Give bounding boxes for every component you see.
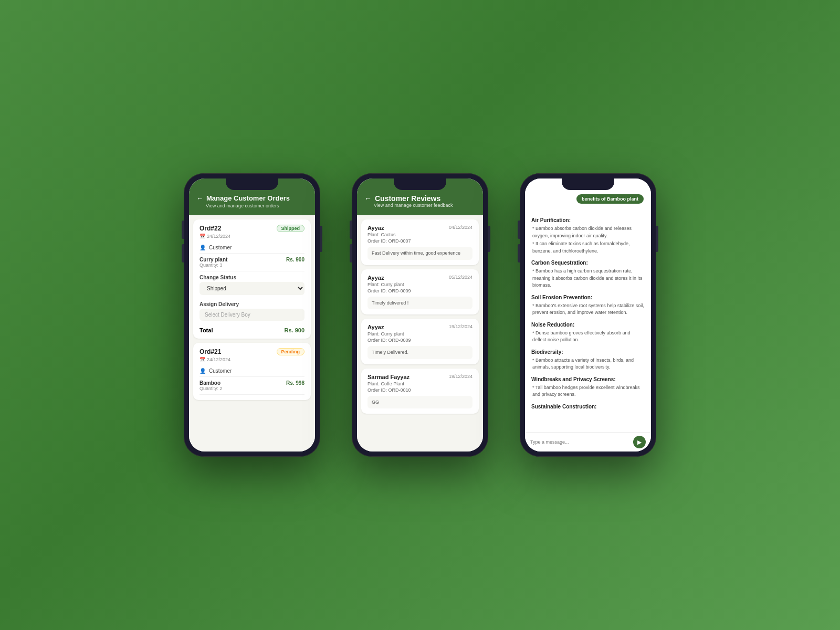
- phone3-content[interactable]: Air Purification:* Bamboo absorbs carbon…: [525, 208, 651, 432]
- back-icon-p2[interactable]: ←: [364, 194, 372, 203]
- review-text-4: GG: [368, 396, 472, 409]
- benefit-section-title: Carbon Sequestration:: [531, 259, 645, 267]
- back-button[interactable]: ← Manage Customer Orders: [196, 194, 308, 202]
- benefit-section-title: Biodiversity:: [531, 348, 645, 356]
- phone2: ← Customer Reviews View and manage custo…: [352, 173, 488, 457]
- benefit-section-title: Windbreaks and Privacy Screens:: [531, 375, 645, 383]
- phone1-content[interactable]: Ord#22 Shipped 📅 24/12/2024 👤 Customer C…: [189, 215, 315, 452]
- benefit-item: * Bamboo absorbs carbon dioxide and rele…: [531, 225, 645, 239]
- phone2-screen: ← Customer Reviews View and manage custo…: [357, 178, 483, 452]
- review-plant-2: Plant: Curry plant: [368, 282, 472, 287]
- phones-container: ← Manage Customer Orders View and manage…: [184, 173, 656, 457]
- benefit-item: * Tall bamboo hedges provide excellent w…: [531, 384, 645, 398]
- notch-p2: [394, 178, 446, 190]
- vol-btn-2: [182, 244, 184, 262]
- send-icon: ▶: [637, 439, 642, 446]
- power-btn-p3: [656, 226, 658, 252]
- delivery-selector[interactable]: Select Delivery Boy: [200, 309, 304, 321]
- benefit-item: * Bamboo attracts a variety of insects, …: [531, 357, 645, 371]
- benefit-item: * Dense bamboo groves effectively absorb…: [531, 330, 645, 344]
- calendar-icon-2: 📅: [200, 357, 205, 362]
- customer-icon: 👤: [200, 245, 206, 250]
- review-orderid-3: Order ID: ORD-0009: [368, 338, 472, 343]
- back-icon: ←: [196, 194, 203, 202]
- review-plant-3: Plant: Curry plant: [368, 331, 472, 337]
- order-date-2: 📅 24/12/2024: [200, 357, 304, 362]
- order-id-2: Ord#21: [200, 348, 221, 355]
- item-price-1: Rs. 900: [286, 257, 304, 268]
- phone2-content[interactable]: Ayyaz 04/12/2024 Plant: Cactus Order ID:…: [357, 215, 483, 452]
- item-name-2: Bamboo: [200, 380, 223, 386]
- review-card-4: Sarmad Fayyaz 19/12/2024 Plant: Coffe Pl…: [361, 369, 479, 414]
- benefit-item: * Bamboo has a high carbon sequestration…: [531, 268, 645, 289]
- review-text-3: TImely Delivered.: [368, 346, 472, 359]
- calendar-icon: 📅: [200, 234, 205, 239]
- review-date-3: 19/12/2024: [449, 324, 472, 330]
- benefit-section-title: Noise Reduction:: [531, 321, 645, 329]
- order-header-2: Ord#21 Pending: [200, 348, 304, 355]
- item-row-2: Bamboo Quantity: 2 Rs. 998: [200, 377, 304, 395]
- order-id-1: Ord#22: [200, 225, 221, 232]
- vol-btn-p3-1: [518, 220, 520, 239]
- review-date-4: 19/12/2024: [449, 374, 472, 380]
- reviewer-name-4: Sarmad Fayyaz: [368, 374, 410, 380]
- assign-delivery-label: Assign Delivery: [200, 301, 304, 307]
- vol-btn-p3-2: [518, 244, 520, 262]
- benefit-item: * Bamboo's extensive root systems help s…: [531, 302, 645, 317]
- benefit-section-title: Air Purification:: [531, 216, 645, 224]
- status-badge-1: Shipped: [277, 225, 305, 232]
- status-dropdown[interactable]: Shipped: [200, 282, 304, 295]
- phone1-screen: ← Manage Customer Orders View and manage…: [189, 178, 315, 452]
- benefit-section-title: Sustainable Construction:: [531, 403, 645, 411]
- phone3: benefits of Bamboo plant Air Purificatio…: [520, 173, 656, 457]
- review-orderid-2: Order ID: ORD-0009: [368, 288, 472, 293]
- vol-btn-1: [182, 220, 184, 239]
- notch: [226, 178, 278, 190]
- change-status-label: Change Status: [200, 275, 304, 280]
- review-header-2: Ayyaz 05/12/2024: [368, 275, 472, 281]
- item-name-1: Curry plant: [200, 257, 227, 262]
- send-button[interactable]: ▶: [633, 436, 646, 448]
- customer-row-2: 👤 Customer: [200, 365, 304, 377]
- item-qty-1: Quantity: 3: [200, 262, 227, 268]
- phone3-screen: benefits of Bamboo plant Air Purificatio…: [525, 178, 651, 452]
- review-card-3: Ayyaz 19/12/2024 Plant: Curry plant Orde…: [361, 319, 479, 364]
- review-header-3: Ayyaz 19/12/2024: [368, 324, 472, 330]
- review-date-2: 05/12/2024: [449, 275, 472, 281]
- benefits-badge: benefits of Bamboo plant: [576, 194, 644, 204]
- vol-btn-p2-2: [350, 244, 352, 262]
- reviewer-name-2: Ayyaz: [368, 275, 384, 281]
- reviewer-name-3: Ayyaz: [368, 324, 384, 330]
- review-header-1: Ayyaz 04/12/2024: [368, 225, 472, 231]
- page-title-p2: Customer Reviews: [375, 194, 440, 203]
- review-date-1: 04/12/2024: [449, 225, 472, 231]
- item-qty-2: Quantity: 2: [200, 386, 223, 391]
- total-label-1: Total: [200, 327, 213, 333]
- order-card-1: Ord#22 Shipped 📅 24/12/2024 👤 Customer C…: [193, 219, 311, 339]
- order-header-1: Ord#22 Shipped: [200, 225, 304, 232]
- review-orderid-4: Order ID: ORD-0010: [368, 387, 472, 393]
- power-btn: [320, 226, 322, 252]
- review-plant-4: Plant: Coffe Plant: [368, 381, 472, 386]
- review-header-4: Sarmad Fayyaz 19/12/2024: [368, 374, 472, 380]
- page-subtitle: View and manage customer orders: [206, 203, 308, 208]
- customer-label-1: Customer: [209, 245, 232, 250]
- chat-input-bar: ▶: [525, 432, 651, 452]
- item-row-1: Curry plant Quantity: 3 Rs. 900: [200, 254, 304, 271]
- reviewer-name-1: Ayyaz: [368, 225, 384, 231]
- review-text-1: Fast Delivery within time, good experien…: [368, 247, 472, 260]
- phone1: ← Manage Customer Orders View and manage…: [184, 173, 320, 457]
- customer-label-2: Customer: [209, 368, 232, 374]
- phone2-title: ← Customer Reviews: [364, 194, 476, 203]
- review-text-2: Timely delivered !: [368, 297, 472, 310]
- order-card-2: Ord#21 Pending 📅 24/12/2024 👤 Customer B…: [193, 343, 311, 400]
- customer-icon-2: 👤: [200, 368, 206, 374]
- benefit-section-title: Soil Erosion Prevention:: [531, 293, 645, 301]
- status-badge-2: Pending: [277, 348, 305, 355]
- power-btn-p2: [488, 226, 490, 252]
- chat-input-field[interactable]: [530, 439, 630, 445]
- review-plant-1: Plant: Cactus: [368, 232, 472, 237]
- order-date-1: 📅 24/12/2024: [200, 234, 304, 239]
- benefit-item: * It can eliminate toxins such as formal…: [531, 240, 645, 255]
- page-subtitle-p2: View and manage customer feedback: [374, 203, 476, 208]
